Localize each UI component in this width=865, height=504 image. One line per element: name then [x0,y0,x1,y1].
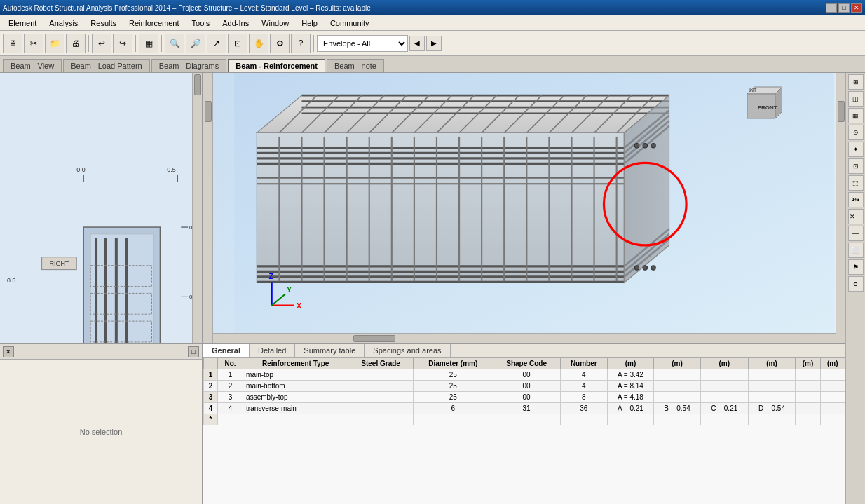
tab-beam-load[interactable]: Beam - Load Pattern [63,59,150,72]
viewport-hscroll[interactable] [213,333,836,343]
cell-m6 [820,392,845,403]
cell-m6 [820,381,845,392]
viewport-vscroll[interactable] [836,73,845,343]
tb-zoom[interactable]: 🔍 [165,34,184,53]
menu-element[interactable]: Element [3,18,42,29]
minimize-button[interactable]: ─ [826,3,837,13]
col-m6: (m) [820,358,845,369]
menu-help[interactable]: Help [296,18,323,29]
nav-prev[interactable]: ◀ [409,36,425,51]
sub-tabs: General Detailed Summary table Spacings … [203,344,845,357]
viewport-left-scroll[interactable] [203,73,213,343]
cell-m5 [796,369,820,381]
rs-btn-5[interactable]: ✦ [848,142,864,157]
cell-shape: 00 [493,381,560,392]
col-m1: (m) [607,358,653,369]
menu-community[interactable]: Community [325,18,375,29]
cell-m2 [654,369,701,381]
cell-m2 [654,414,701,425]
menu-analysis[interactable]: Analysis [43,18,83,29]
toolbar-sep-4 [313,35,314,52]
tb-pan[interactable]: ✋ [249,34,268,53]
tab-beam-reinforcement[interactable]: Beam - Reinforcement [228,59,325,72]
sel-btn-expand[interactable]: □ [188,346,199,357]
cell-no: 3 [218,392,243,403]
tb-view[interactable]: ⊡ [228,34,247,53]
tb-open[interactable]: ✂ [24,34,43,53]
tb-print[interactable]: 🖨 [66,34,86,53]
tb-select[interactable]: ↗ [207,34,226,53]
table-row[interactable]: 3 3 assembly-top 25 00 8 A = 4.18 [204,392,845,403]
table-row[interactable]: 1 1 main-top 25 00 4 A = 3.42 [204,369,845,381]
cell-diameter: 25 [414,381,493,392]
cell-steel [348,414,414,425]
reinforcement-table[interactable]: No. Reinforcement Type Steel Grade Diame… [203,357,845,504]
rs-btn-3[interactable]: ▦ [848,108,864,123]
cell-no: 1 [218,369,243,381]
tb-new[interactable]: 🖥 [3,34,22,53]
bottom-section: General Detailed Summary table Spacings … [203,343,845,504]
envelope-dropdown[interactable]: Envelope - All [317,35,408,52]
nav-cube[interactable]: FRONT INT [740,80,782,122]
tab-beam-note[interactable]: Beam - note [327,59,384,72]
rs-btn-13[interactable]: C [848,276,864,292]
svg-text:0.5: 0.5 [7,278,15,285]
menu-results[interactable]: Results [85,18,122,29]
cell-m6 [820,403,845,414]
cell-m1: A = 8.14 [607,381,653,392]
sub-tab-spacings[interactable]: Spacings and areas [365,344,450,357]
rs-btn-8[interactable]: 1²⁄₃ [848,192,864,207]
table-row[interactable]: 2 2 main-bottom 25 00 4 A = 8.14 [204,381,845,392]
title-text: Autodesk Robot Structural Analysis Profe… [3,4,371,12]
sub-tab-detailed[interactable]: Detailed [250,344,295,357]
tab-beam-view[interactable]: Beam - View [3,59,62,72]
cell-m5 [796,392,820,403]
rs-btn-7[interactable]: ⬚ [848,175,864,191]
tb-zoom-in[interactable]: 🔎 [186,34,205,53]
rs-btn-12[interactable]: ⚑ [848,259,864,275]
svg-text:X: X [297,301,302,310]
rs-btn-10[interactable]: — [848,226,864,241]
nav-next[interactable]: ▶ [426,36,442,51]
cell-m3 [700,414,748,425]
col-steel: Steel Grade [348,358,414,369]
svg-text:INT: INT [749,88,757,93]
sub-tab-general[interactable]: General [203,344,250,357]
data-panel: General Detailed Summary table Spacings … [203,343,845,504]
svg-marker-37 [257,133,624,283]
tb-redo[interactable]: ↪ [113,34,132,53]
svg-point-97 [651,266,655,270]
rs-btn-4[interactable]: ⊙ [848,125,864,140]
rs-btn-2[interactable]: ◫ [848,91,864,107]
cell-rownum: 2 [204,381,218,392]
viewport-3d[interactable]: Z X Y FRONT INT [203,73,845,343]
cell-diameter: 25 [414,369,493,381]
tb-undo[interactable]: ↩ [92,34,111,53]
close-button[interactable]: ✕ [851,3,862,13]
restore-button[interactable]: □ [838,3,850,13]
rs-btn-11[interactable]: ⬜ [848,243,864,258]
svg-point-94 [651,144,655,148]
rs-btn-9[interactable]: ✕— [848,209,864,224]
tb-save[interactable]: 📁 [45,34,64,53]
cell-no [218,414,243,425]
tb-help[interactable]: ? [291,34,311,53]
cell-shape: 00 [493,369,560,381]
rs-btn-6[interactable]: ⊡ [848,158,864,174]
menu-window[interactable]: Window [256,18,294,29]
menu-addins[interactable]: Add-Ins [217,18,254,29]
tb-settings[interactable]: ⚙ [270,34,290,53]
sub-tab-summary[interactable]: Summary table [295,344,365,357]
menu-tools[interactable]: Tools [186,18,216,29]
table-row[interactable]: 4 4 transverse-main 6 31 36 A = 0.21 B =… [204,403,845,414]
table-row[interactable]: * [204,414,845,425]
cell-no: 4 [218,403,243,414]
selection-panel: ✕ □ No selection [0,343,203,504]
cell-steel [348,392,414,403]
menu-reinforcement[interactable]: Reinforcement [123,18,185,29]
cell-m1: A = 4.18 [607,392,653,403]
tb-table[interactable]: ▦ [139,34,158,53]
rs-btn-1[interactable]: ⊞ [848,74,864,90]
tab-beam-diagrams[interactable]: Beam - Diagrams [151,59,227,72]
sel-btn-collapse[interactable]: ✕ [3,346,14,357]
